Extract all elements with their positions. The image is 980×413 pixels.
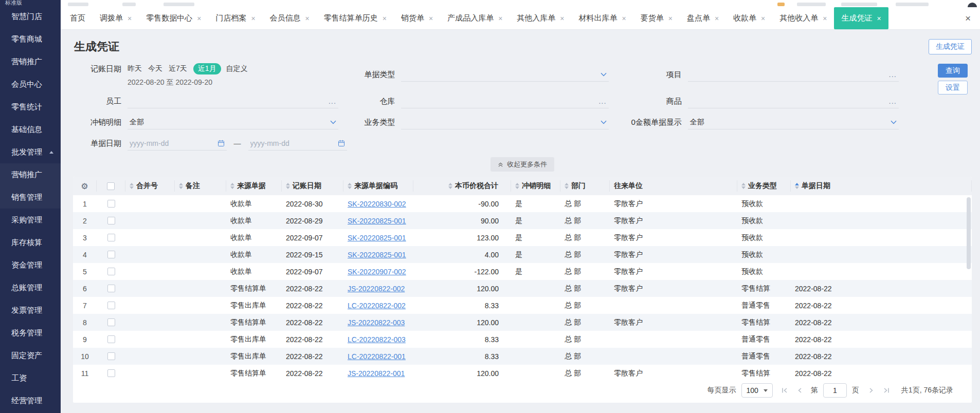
sort-icon[interactable]: [795, 183, 799, 189]
column-header[interactable]: 单据日期: [791, 180, 972, 192]
tab-close-icon[interactable]: [197, 15, 201, 22]
tab[interactable]: 材料出库单: [572, 7, 633, 29]
tab-close-icon[interactable]: [305, 15, 310, 22]
tab-close-icon[interactable]: [761, 15, 765, 22]
sidebar-item[interactable]: 税务管理: [0, 322, 61, 344]
generate-voucher-button[interactable]: 生成凭证: [929, 39, 972, 54]
tab[interactable]: 零售结算单历史: [317, 7, 394, 29]
column-header[interactable]: 记账日期: [282, 180, 343, 192]
sort-icon[interactable]: [741, 183, 746, 189]
row-checkbox[interactable]: [107, 217, 115, 224]
sidebar-item[interactable]: 发票管理: [0, 299, 61, 322]
source-code-link[interactable]: SK-20220825-001: [348, 217, 406, 225]
sort-icon[interactable]: [515, 183, 519, 189]
project-picker[interactable]: [688, 67, 899, 82]
sort-icon[interactable]: [448, 183, 452, 189]
doc-date-start-input[interactable]: [130, 139, 191, 147]
sort-icon[interactable]: [130, 183, 134, 189]
sidebar-item[interactable]: 批发管理: [0, 141, 61, 163]
avatar[interactable]: [968, 3, 977, 7]
source-code-link[interactable]: LC-20220822-001: [348, 352, 406, 361]
sort-icon[interactable]: [286, 183, 290, 189]
tab-close-icon[interactable]: [429, 15, 433, 22]
per-page-select[interactable]: 100: [741, 383, 773, 398]
tab-close-icon[interactable]: [715, 15, 719, 22]
sidebar-item[interactable]: 营销推广: [0, 50, 61, 73]
source-code-link[interactable]: SK-20220907-002: [348, 268, 406, 276]
column-header[interactable]: 来源单据: [226, 180, 282, 192]
tab[interactable]: 盘点单: [680, 7, 726, 29]
source-code-link[interactable]: SK-20220825-001: [348, 234, 406, 242]
row-checkbox[interactable]: [107, 352, 115, 360]
tab-close-icon[interactable]: [668, 15, 673, 22]
zero-amount-display-select[interactable]: 全部: [688, 115, 899, 129]
sidebar-item[interactable]: 工资: [0, 367, 61, 389]
sidebar-item[interactable]: 采购管理: [0, 209, 61, 231]
source-code-link[interactable]: LC-20220822-002: [348, 302, 406, 310]
tab-close-icon[interactable]: [128, 15, 132, 22]
tab-close-icon[interactable]: [560, 15, 564, 22]
tab-close-icon[interactable]: [823, 15, 827, 22]
date-quick-option[interactable]: 自定义: [226, 64, 248, 73]
row-checkbox[interactable]: [107, 268, 115, 275]
sort-icon[interactable]: [565, 183, 569, 189]
sidebar-item[interactable]: 智慧门店: [0, 5, 61, 28]
business-type-select[interactable]: [401, 115, 609, 129]
date-quick-option[interactable]: 近1月: [193, 63, 221, 74]
source-code-link[interactable]: LC-20220822-003: [348, 335, 406, 344]
row-checkbox[interactable]: [107, 234, 115, 241]
tab-close-icon[interactable]: [383, 15, 387, 22]
employee-picker[interactable]: [128, 94, 338, 108]
writeoff-detail-select[interactable]: 全部: [128, 115, 338, 129]
sidebar-item[interactable]: 固定资产: [0, 344, 61, 367]
query-button[interactable]: 查询: [938, 64, 968, 78]
column-settings-button[interactable]: ⚙: [73, 180, 97, 192]
row-checkbox[interactable]: [107, 251, 115, 258]
column-header[interactable]: 来源单据编码: [343, 180, 413, 192]
sort-icon[interactable]: [230, 183, 234, 189]
tab-close-icon[interactable]: [622, 15, 626, 22]
source-code-link[interactable]: JS-20220822-002: [348, 285, 405, 293]
tab[interactable]: 门店档案: [208, 7, 262, 29]
tab[interactable]: 收款单: [726, 7, 772, 29]
column-header[interactable]: 部门: [560, 180, 610, 192]
row-checkbox[interactable]: [107, 302, 115, 309]
close-all-tabs-button[interactable]: ×: [962, 7, 974, 30]
column-header[interactable]: 合并号: [125, 180, 175, 192]
sort-icon[interactable]: [179, 183, 183, 189]
sort-icon[interactable]: [348, 183, 352, 189]
date-quick-option[interactable]: 今天: [148, 64, 162, 73]
column-header[interactable]: 往来单位: [610, 180, 737, 192]
doc-date-end-input[interactable]: [250, 139, 312, 147]
date-quick-option[interactable]: 近7天: [169, 64, 187, 73]
warehouse-picker[interactable]: [401, 94, 609, 108]
sidebar-item[interactable]: 库存核算: [0, 231, 61, 254]
sidebar-item[interactable]: 基础信息: [0, 118, 61, 141]
tab-close-icon[interactable]: [251, 15, 255, 22]
source-code-link[interactable]: SK-20220830-002: [348, 200, 406, 208]
row-checkbox[interactable]: [107, 285, 115, 292]
tab[interactable]: 调拨单: [93, 7, 139, 29]
column-header[interactable]: 本币价税合计: [413, 180, 511, 192]
column-header[interactable]: 冲销明细: [511, 180, 560, 192]
sidebar-item[interactable]: 零售商城: [0, 28, 61, 50]
source-code-link[interactable]: JS-20220822-001: [348, 369, 405, 378]
tab[interactable]: 销货单: [394, 7, 440, 29]
calendar-icon[interactable]: [217, 140, 225, 147]
tab[interactable]: 其他入库单: [510, 7, 571, 29]
sidebar-item[interactable]: 销售管理: [0, 186, 61, 209]
tab-close-icon[interactable]: [498, 15, 502, 22]
date-quick-option[interactable]: 昨天: [128, 64, 142, 73]
row-checkbox[interactable]: [107, 200, 115, 208]
vertical-scrollbar[interactable]: [967, 197, 971, 269]
tab[interactable]: 会员信息: [263, 7, 317, 29]
tab[interactable]: 产成品入库单: [440, 7, 510, 29]
tab[interactable]: 首页: [63, 7, 93, 29]
select-all-checkbox[interactable]: [107, 182, 115, 190]
tab[interactable]: 零售数据中心: [139, 7, 208, 29]
source-code-link[interactable]: JS-20220822-003: [348, 318, 405, 327]
prev-page-button[interactable]: [796, 387, 804, 394]
settings-button[interactable]: 设置: [938, 81, 968, 95]
sidebar-item[interactable]: 资金管理: [0, 254, 61, 276]
tab-close-icon[interactable]: [877, 15, 881, 22]
